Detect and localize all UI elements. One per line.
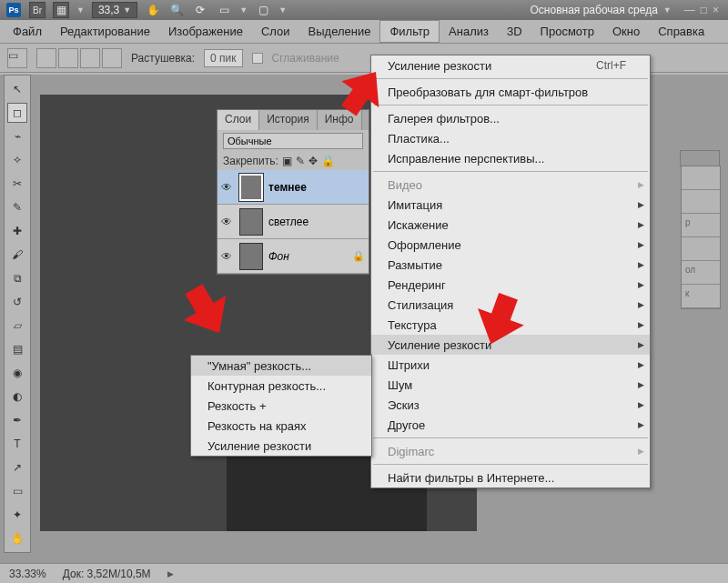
menu-окно[interactable]: Окно xyxy=(603,21,649,42)
quick-select-tool-icon[interactable]: ✧ xyxy=(7,150,27,170)
dock-item[interactable]: ол xyxy=(682,261,720,285)
hand-tool-icon[interactable]: ✋ xyxy=(7,528,27,548)
filter-menu-item[interactable]: Галерея фильтров... xyxy=(371,108,650,128)
sharpen-submenu-item[interactable]: Резкость + xyxy=(191,396,371,416)
right-dock[interactable]: р ол к xyxy=(681,166,721,309)
blend-mode-combo[interactable]: Обычные xyxy=(223,133,363,149)
menu-изображение[interactable]: Изображение xyxy=(159,21,252,42)
layer-thumbnail[interactable] xyxy=(239,208,263,236)
layer-row[interactable]: 👁 Фон 🔒 xyxy=(217,239,369,274)
dock-item[interactable] xyxy=(682,237,720,261)
dock-item[interactable]: р xyxy=(682,214,720,237)
filter-menu-item[interactable]: Преобразовать для смарт-фильтров xyxy=(371,82,650,102)
filter-menu-item[interactable]: Шум xyxy=(371,375,650,395)
status-doc-size[interactable]: Док: 3,52M/10,5M xyxy=(63,568,151,580)
crop-tool-icon[interactable]: ✂ xyxy=(7,174,27,194)
intersect-selection-icon[interactable] xyxy=(102,48,122,68)
add-selection-icon[interactable] xyxy=(58,48,78,68)
sharpen-submenu-item[interactable]: Контурная резкость... xyxy=(191,376,371,396)
menu-слои[interactable]: Слои xyxy=(252,21,299,42)
lock-transparency-icon[interactable]: ▣ xyxy=(282,155,292,167)
history-brush-tool-icon[interactable]: ↺ xyxy=(7,292,27,312)
filter-menu-item[interactable]: Штрихи xyxy=(371,355,650,375)
marquee-tool-icon[interactable]: ◻ xyxy=(7,103,27,123)
filter-menu-item[interactable]: Имитация xyxy=(371,195,650,215)
layer-name[interactable]: темнее xyxy=(268,181,307,194)
panel-tab-история[interactable]: История xyxy=(259,110,318,130)
lock-all-icon[interactable]: 🔒 xyxy=(321,155,335,167)
sharpen-submenu-item[interactable]: "Умная" резкость... xyxy=(191,356,371,376)
layer-thumbnail[interactable] xyxy=(239,243,263,270)
sharpen-submenu-item[interactable]: Резкость на краях xyxy=(191,416,371,436)
dock-item[interactable]: к xyxy=(682,285,720,308)
new-selection-icon[interactable] xyxy=(36,48,56,68)
pen-tool-icon[interactable]: ✒ xyxy=(7,410,27,430)
layer-name[interactable]: светлее xyxy=(268,216,308,228)
maximize-button[interactable]: □ xyxy=(701,4,711,16)
feather-input[interactable]: 0 пик xyxy=(204,49,242,67)
menu-редактирование[interactable]: Редактирование xyxy=(51,21,159,42)
type-tool-icon[interactable]: T xyxy=(7,434,27,454)
filter-menu-item[interactable]: Рендеринг xyxy=(371,275,650,295)
status-menu-icon[interactable]: ▶ xyxy=(167,569,174,578)
menu-справка[interactable]: Справка xyxy=(649,21,713,42)
filter-menu-item[interactable]: Пластика... xyxy=(371,128,650,148)
dodge-tool-icon[interactable]: ◐ xyxy=(7,387,27,407)
eyedropper-tool-icon[interactable]: ✎ xyxy=(7,197,27,217)
filter-menu-item[interactable]: Оформление xyxy=(371,235,650,255)
workspace-switcher[interactable]: Основная рабочая среда▼ xyxy=(525,2,677,18)
move-tool-icon[interactable]: ↖ xyxy=(7,79,27,99)
menu-анализ[interactable]: Анализ xyxy=(440,21,498,42)
status-zoom[interactable]: 33.33% xyxy=(9,568,46,580)
gradient-tool-icon[interactable]: ▤ xyxy=(7,339,27,359)
shape-tool-icon[interactable]: ▭ xyxy=(7,481,27,501)
filter-menu-item[interactable]: Исправление перспективы... xyxy=(371,148,650,168)
layer-row[interactable]: 👁 темнее xyxy=(217,170,369,205)
subtract-selection-icon[interactable] xyxy=(80,48,100,68)
eraser-tool-icon[interactable]: ▱ xyxy=(7,316,27,336)
view-extras-icon[interactable]: ▦ xyxy=(53,2,69,18)
layer-name[interactable]: Фон xyxy=(268,250,289,263)
lasso-tool-icon[interactable]: ⌁ xyxy=(7,126,27,146)
brush-tool-icon[interactable]: 🖌 xyxy=(7,245,27,265)
menu-выделение[interactable]: Выделение xyxy=(299,21,380,42)
menu-просмотр[interactable]: Просмотр xyxy=(531,21,603,42)
tool-preset-icon[interactable]: ▭ xyxy=(7,48,27,68)
filter-menu-item[interactable]: Усиление резкостиCtrl+F xyxy=(371,55,650,75)
filter-menu-item[interactable]: Другое xyxy=(371,415,650,435)
filter-menu-item[interactable]: Найти фильтры в Интернете... xyxy=(371,467,650,488)
layer-thumbnail[interactable] xyxy=(239,174,263,201)
screen-mode-icon[interactable]: ▢ xyxy=(255,2,271,18)
dock-item[interactable] xyxy=(682,166,720,190)
path-select-tool-icon[interactable]: ↗ xyxy=(7,457,27,477)
menu-3d[interactable]: 3D xyxy=(498,21,531,42)
antialias-checkbox[interactable] xyxy=(252,53,263,64)
layer-row[interactable]: 👁 светлее xyxy=(217,205,369,239)
filter-menu-item[interactable]: Эскиз xyxy=(371,395,650,415)
minimize-button[interactable]: — xyxy=(684,4,699,16)
visibility-icon[interactable]: 👁 xyxy=(221,216,234,228)
blur-tool-icon[interactable]: ◉ xyxy=(7,363,27,383)
zoom-tool-icon[interactable]: 🔍 xyxy=(168,2,185,18)
hand-tool-icon[interactable]: ✋ xyxy=(145,2,161,18)
visibility-icon[interactable]: 👁 xyxy=(221,250,234,263)
stamp-tool-icon[interactable]: ⧉ xyxy=(7,268,27,288)
bridge-icon[interactable]: Br xyxy=(29,2,46,18)
menu-фильтр[interactable]: Фильтр xyxy=(379,20,440,43)
lock-position-icon[interactable]: ✥ xyxy=(308,155,318,167)
close-button[interactable]: × xyxy=(713,4,723,16)
filter-menu-item[interactable]: Размытие xyxy=(371,255,650,275)
lock-pixels-icon[interactable]: ✎ xyxy=(296,155,305,167)
visibility-icon[interactable]: 👁 xyxy=(221,181,234,194)
rotate-view-icon[interactable]: ⟳ xyxy=(192,2,208,18)
arrange-icon[interactable]: ▭ xyxy=(216,2,232,18)
3d-tool-icon[interactable]: ✦ xyxy=(7,505,27,525)
sharpen-submenu-item[interactable]: Усиление резкости xyxy=(191,436,371,456)
menu-файл[interactable]: Файл xyxy=(4,21,51,42)
zoom-level-combo[interactable]: 33,3▼ xyxy=(92,2,137,18)
dock-item[interactable] xyxy=(682,190,720,214)
healing-tool-icon[interactable]: ✚ xyxy=(7,221,27,241)
panel-tab-слои[interactable]: Слои xyxy=(217,110,259,130)
lock-icon: 🔒 xyxy=(352,250,365,262)
filter-menu-item[interactable]: Искажение xyxy=(371,215,650,235)
